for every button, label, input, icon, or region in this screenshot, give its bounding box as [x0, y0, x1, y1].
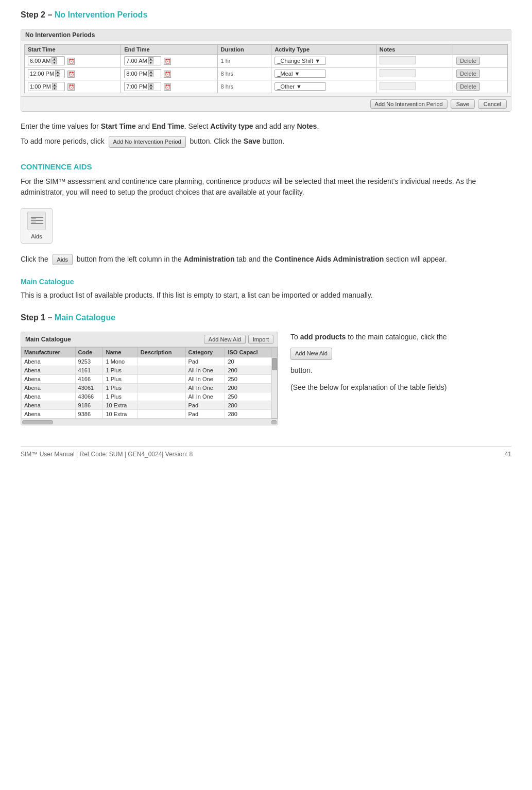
cat-col-capacity: ISO Capaci	[225, 348, 271, 357]
spin-down-2[interactable]: ▼	[55, 74, 60, 77]
aids-click-instructions: Click the Aids button from the left colu…	[21, 254, 511, 266]
nip-col-end: End Time	[121, 45, 217, 55]
table-row[interactable]: Abena 43066 1 Plus All In One 250	[22, 392, 278, 401]
nip-col-start: Start Time	[25, 45, 121, 55]
activity-select-1[interactable]: _Change Shift ▼	[274, 57, 326, 65]
table-row: 12:00 PM▲▼ ⏰ 8:00 PM▲▼ ⏰ 8 hrs _Meal ▼ D…	[25, 67, 508, 80]
nip-notes-2	[376, 67, 453, 80]
clock-icon-e1[interactable]: ⏰	[164, 58, 171, 65]
cat-name: 10 Extra	[103, 401, 138, 410]
scrollbar-track[interactable]	[271, 357, 278, 419]
cat-category: All In One	[185, 384, 225, 392]
cat-manufacturer: Abena	[22, 357, 76, 366]
cat-manufacturer: Abena	[22, 410, 76, 419]
step2-prefix: Step 2 –	[21, 10, 55, 19]
catalogue-toolbar-buttons: Add New Aid Import	[204, 335, 273, 344]
delete-btn-3[interactable]: Delete	[456, 82, 480, 91]
start-time-input-3[interactable]: 1:00 PM▲▼	[28, 82, 65, 91]
cat-description	[138, 410, 185, 419]
cancel-button[interactable]: Cancel	[478, 99, 507, 109]
spin-up-1[interactable]: ▲	[52, 57, 57, 61]
cat-capacity: 280	[225, 410, 271, 419]
page-footer: SIM™ User Manual | Ref Code: SUM | GEN4_…	[21, 446, 511, 458]
aids-button-inline: Aids	[53, 254, 73, 266]
cat-code: 9253	[75, 357, 103, 366]
add-new-aid-inline-btn: Add New Aid	[290, 348, 332, 360]
clock-icon-1[interactable]: ⏰	[67, 58, 75, 65]
table-row: 6:00 AM▲▼ ⏰ 7:00 AM▲▼ ⏰ 1 hr _Change Shi…	[25, 55, 508, 67]
main-catalogue-section: Main Catalogue This is a product list of…	[21, 278, 511, 301]
notes-input-1[interactable]	[380, 56, 416, 64]
catalogue-layout: Main Catalogue Add New Aid Import Manufa…	[21, 332, 511, 425]
nip-table: Start Time End Time Duration Activity Ty…	[24, 44, 508, 93]
spin-up-3[interactable]: ▲	[52, 83, 57, 87]
step1-highlight: Main Catalogue	[55, 313, 115, 322]
end-time-input-1[interactable]: 7:00 AM▲▼	[124, 56, 161, 65]
save-button[interactable]: Save	[451, 99, 475, 109]
cat-name: 1 Plus	[103, 392, 138, 401]
spin-up-e2[interactable]: ▲	[148, 70, 153, 74]
nip-start-time-2: 12:00 PM▲▼ ⏰	[25, 67, 121, 80]
end-time-input-2[interactable]: 8:00 PM▲▼	[124, 69, 161, 78]
nip-activity-2: _Meal ▼	[271, 67, 376, 80]
nip-col-notes: Notes	[376, 45, 453, 55]
aids-icon	[27, 212, 46, 230]
nip-end-time-3: 7:00 PM▲▼ ⏰	[121, 80, 217, 93]
catalogue-hscrollbar[interactable]	[21, 419, 278, 425]
table-row[interactable]: Abena 43061 1 Plus All In One 200	[22, 384, 278, 392]
import-button[interactable]: Import	[248, 335, 273, 344]
table-row[interactable]: Abena 9186 10 Extra Pad 280	[22, 401, 278, 410]
cat-col-category: Category	[185, 348, 225, 357]
catalogue-toolbar: Main Catalogue Add New Aid Import	[21, 332, 278, 347]
cat-col-code: Code	[75, 348, 103, 357]
right-add-btn-container: Add New Aid	[290, 347, 511, 361]
cat-manufacturer: Abena	[22, 366, 76, 375]
add-new-aid-button[interactable]: Add New Aid	[204, 335, 246, 344]
hscroll-right-thumb[interactable]	[271, 420, 277, 424]
activity-select-2[interactable]: _Meal ▼	[274, 70, 326, 78]
svg-rect-0	[28, 212, 46, 230]
start-time-input-1[interactable]: 6:00 AM▲▼	[28, 56, 65, 65]
spin-down-e2[interactable]: ▼	[148, 74, 153, 77]
delete-btn-1[interactable]: Delete	[456, 57, 480, 65]
cat-category: All In One	[185, 366, 225, 375]
notes-input-2[interactable]	[380, 69, 416, 77]
notes-input-3[interactable]	[380, 82, 416, 90]
clock-icon-2[interactable]: ⏰	[67, 71, 75, 78]
clock-icon-3[interactable]: ⏰	[67, 83, 75, 91]
table-row[interactable]: Abena 9386 10 Extra Pad 280	[22, 410, 278, 419]
nip-instructions-1: Enter the time values for Start Time and…	[21, 121, 511, 132]
activity-select-3[interactable]: _Other ▼	[274, 82, 326, 91]
scrollbar-thumb[interactable]	[272, 358, 277, 370]
spin-up-2[interactable]: ▲	[55, 70, 60, 74]
table-row[interactable]: Abena 4166 1 Plus All In One 250	[22, 375, 278, 384]
catalogue-hscroll-thumb[interactable]	[22, 420, 53, 424]
nip-instructions-2: To add more periods, click Add No Interv…	[21, 136, 511, 148]
spin-down-e1[interactable]: ▼	[148, 61, 153, 64]
cat-category: Pad	[185, 357, 225, 366]
spin-up-e1[interactable]: ▲	[148, 57, 153, 61]
catalogue-scroll-area: Manufacturer Code Name Description Categ…	[21, 347, 278, 419]
end-time-input-3[interactable]: 7:00 PM▲▼	[124, 82, 161, 91]
cat-name: 1 Mono	[103, 357, 138, 366]
nip-col-duration: Duration	[217, 45, 271, 55]
delete-btn-2[interactable]: Delete	[456, 70, 480, 78]
step2-highlight: No Intervention Periods	[55, 10, 147, 19]
table-row[interactable]: Abena 4161 1 Plus All In One 200	[22, 366, 278, 375]
start-time-input-2[interactable]: 12:00 PM▲▼	[28, 69, 65, 78]
spin-down-e3[interactable]: ▼	[148, 87, 153, 90]
cat-code: 9386	[75, 410, 103, 419]
right-instructions-1: To add products to the main catalogue, c…	[290, 332, 511, 342]
spin-up-e3[interactable]: ▲	[148, 83, 153, 87]
aids-icon-container: Aids	[21, 203, 511, 249]
spin-down-1[interactable]: ▼	[52, 61, 57, 64]
spin-down-3[interactable]: ▼	[52, 87, 57, 90]
nip-col-activity: Activity Type	[271, 45, 376, 55]
clock-icon-e2[interactable]: ⏰	[164, 71, 171, 78]
cat-description	[138, 357, 185, 366]
cat-category: All In One	[185, 392, 225, 401]
table-row[interactable]: Abena 9253 1 Mono Pad 20	[22, 357, 278, 366]
add-nip-button[interactable]: Add No Intervention Period	[370, 99, 448, 109]
cat-col-description: Description	[138, 348, 185, 357]
clock-icon-e3[interactable]: ⏰	[164, 83, 171, 91]
